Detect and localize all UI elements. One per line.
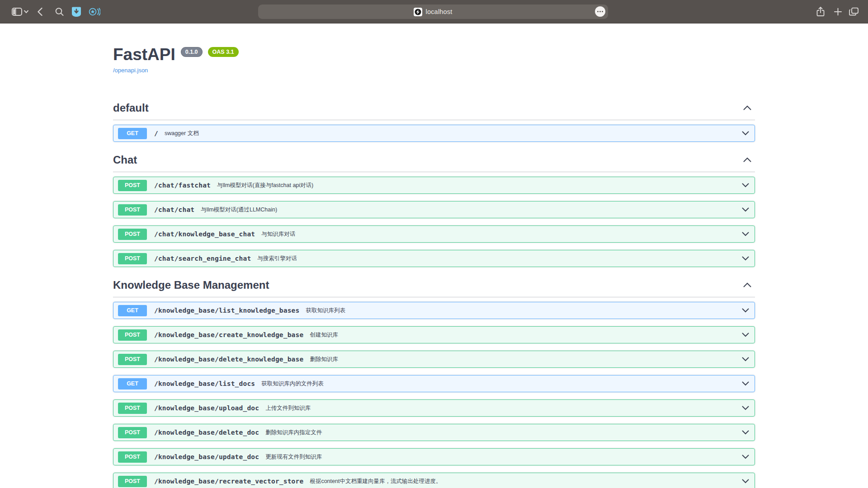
endpoint-path: / bbox=[154, 130, 158, 137]
method-badge: POST bbox=[118, 229, 147, 240]
endpoint-path: /knowledge_base/list_docs bbox=[154, 380, 255, 387]
sidebar-toggle-icon[interactable] bbox=[12, 8, 22, 16]
endpoint-summary: 根据content中文档重建向量库，流式输出处理进度。 bbox=[310, 478, 441, 485]
endpoint-path: /knowledge_base/recreate_vector_store bbox=[154, 478, 303, 485]
endpoint-summary: 删除知识库 bbox=[310, 356, 338, 363]
endpoint-summary: 与llm模型对话(通过LLMChain) bbox=[201, 206, 277, 214]
method-badge: POST bbox=[118, 403, 147, 414]
back-icon[interactable] bbox=[38, 7, 42, 16]
browser-toolbar: localhost bbox=[0, 0, 868, 23]
endpoint-path: /knowledge_base/update_doc bbox=[154, 453, 259, 460]
page-title: FastAPI bbox=[113, 46, 175, 63]
endpoint-row[interactable]: POST /chat/fastchat 与llm模型对话(直接与fastchat… bbox=[113, 177, 755, 194]
endpoint-summary: 与搜索引擎对话 bbox=[257, 255, 297, 263]
endpoint-path: /chat/chat bbox=[154, 206, 194, 213]
section-chat: Chat POST /chat/fastchat 与llm模型对话(直接与fas… bbox=[113, 151, 755, 267]
section-header[interactable]: Knowledge Base Management bbox=[113, 276, 755, 297]
endpoint-row[interactable]: GET /knowledge_base/list_knowledge_bases… bbox=[113, 302, 755, 319]
endpoint-row[interactable]: GET / swagger 文档 bbox=[113, 125, 755, 142]
collapse-section-button[interactable] bbox=[740, 105, 755, 112]
tab-overview-icon[interactable] bbox=[849, 7, 859, 16]
method-badge: GET bbox=[118, 128, 147, 139]
version-badge: 0.1.0 bbox=[181, 47, 203, 57]
endpoint-summary: 与llm模型对话(直接与fastchat api对话) bbox=[217, 182, 313, 189]
section-header[interactable]: default bbox=[113, 99, 755, 120]
endpoint-row[interactable]: POST /knowledge_base/upload_doc 上传文件到知识库 bbox=[113, 399, 755, 417]
section-default: default GET / swagger 文档 bbox=[113, 99, 755, 142]
method-badge: POST bbox=[118, 329, 147, 341]
endpoint-row[interactable]: POST /chat/search_engine_chat 与搜索引擎对话 bbox=[113, 250, 755, 267]
endpoint-summary: 与知识库对话 bbox=[261, 230, 295, 238]
address-bar[interactable]: localhost bbox=[258, 5, 608, 19]
section-title: Chat bbox=[113, 154, 137, 166]
chevron-down-icon[interactable] bbox=[742, 380, 749, 388]
endpoint-row[interactable]: POST /chat/chat 与llm模型对话(通过LLMChain) bbox=[113, 201, 755, 218]
endpoint-path: /knowledge_base/delete_knowledge_base bbox=[154, 356, 303, 363]
chevron-up-icon bbox=[743, 282, 751, 289]
endpoint-summary: 获取知识库内的文件列表 bbox=[261, 380, 324, 388]
section-title: Knowledge Base Management bbox=[113, 279, 269, 291]
endpoint-path: /chat/fastchat bbox=[154, 182, 211, 189]
swagger-ui: FastAPI 0.1.0 OAS 3.1 /openapi.json defa… bbox=[113, 46, 755, 488]
chevron-down-icon[interactable] bbox=[742, 355, 749, 363]
method-badge: GET bbox=[118, 378, 147, 389]
endpoint-summary: 更新现有文件到知识库 bbox=[265, 453, 322, 461]
chevron-up-icon bbox=[743, 105, 751, 112]
endpoint-path: /chat/search_engine_chat bbox=[154, 255, 251, 262]
endpoint-path: /chat/knowledge_base_chat bbox=[154, 230, 255, 238]
collapse-section-button[interactable] bbox=[740, 157, 755, 164]
endpoint-path: /knowledge_base/delete_doc bbox=[154, 429, 259, 436]
chevron-down-icon[interactable] bbox=[742, 206, 749, 214]
chevron-down-icon[interactable] bbox=[742, 404, 749, 412]
method-badge: POST bbox=[118, 451, 147, 463]
oas-badge: OAS 3.1 bbox=[208, 47, 239, 57]
chevron-up-icon bbox=[743, 157, 751, 164]
chevron-down-icon[interactable] bbox=[742, 181, 749, 189]
method-badge: POST bbox=[118, 180, 147, 191]
chevron-down-icon[interactable] bbox=[742, 254, 749, 263]
endpoint-row[interactable]: POST /chat/knowledge_base_chat 与知识库对话 bbox=[113, 225, 755, 243]
endpoint-path: /knowledge_base/list_knowledge_bases bbox=[154, 307, 299, 314]
chevron-down-icon[interactable] bbox=[742, 477, 749, 485]
endpoint-row[interactable]: POST /knowledge_base/update_doc 更新现有文件到知… bbox=[113, 448, 755, 465]
endpoint-path: /knowledge_base/upload_doc bbox=[154, 404, 259, 412]
chevron-down-icon[interactable] bbox=[742, 129, 749, 137]
endpoint-row[interactable]: GET /knowledge_base/list_docs 获取知识库内的文件列… bbox=[113, 375, 755, 392]
endpoint-summary: 获取知识库列表 bbox=[306, 307, 345, 314]
api-info: FastAPI 0.1.0 OAS 3.1 /openapi.json bbox=[113, 46, 755, 74]
endpoint-row[interactable]: POST /knowledge_base/delete_doc 删除知识库内指定… bbox=[113, 424, 755, 441]
method-badge: POST bbox=[118, 427, 147, 438]
method-badge: POST bbox=[118, 476, 147, 487]
share-icon[interactable] bbox=[816, 7, 825, 17]
method-badge: POST bbox=[118, 253, 147, 264]
endpoint-row[interactable]: POST /knowledge_base/delete_knowledge_ba… bbox=[113, 351, 755, 368]
method-badge: POST bbox=[118, 354, 147, 365]
endpoint-summary: swagger 文档 bbox=[165, 130, 199, 137]
address-text: localhost bbox=[425, 8, 452, 15]
endpoint-summary: 删除知识库内指定文件 bbox=[265, 429, 322, 436]
chevron-down-icon[interactable] bbox=[742, 230, 749, 238]
openapi-spec-link[interactable]: /openapi.json bbox=[113, 67, 148, 74]
endpoint-row[interactable]: POST /knowledge_base/recreate_vector_sto… bbox=[113, 473, 755, 488]
chevron-down-icon[interactable] bbox=[742, 306, 749, 314]
page-settings-icon[interactable] bbox=[595, 6, 605, 17]
endpoint-row[interactable]: POST /knowledge_base/create_knowledge_ba… bbox=[113, 326, 755, 343]
chevron-down-icon[interactable] bbox=[742, 428, 749, 436]
bookmark-extension-icon[interactable] bbox=[71, 6, 81, 17]
section-header[interactable]: Chat bbox=[113, 151, 755, 172]
search-icon[interactable] bbox=[55, 7, 64, 16]
chevron-down-icon[interactable] bbox=[742, 453, 749, 461]
sidebar-chevron-down-icon[interactable] bbox=[24, 10, 28, 13]
endpoint-summary: 创建知识库 bbox=[310, 331, 338, 339]
method-badge: GET bbox=[118, 305, 147, 316]
site-favicon bbox=[414, 8, 422, 16]
endpoint-path: /knowledge_base/create_knowledge_base bbox=[154, 331, 303, 338]
star-extension-icon[interactable] bbox=[89, 7, 100, 17]
chevron-down-icon[interactable] bbox=[742, 331, 749, 339]
section-title: default bbox=[113, 102, 149, 114]
section-knowledge-base-management: Knowledge Base Management GET /knowledge… bbox=[113, 276, 755, 488]
new-tab-icon[interactable] bbox=[834, 8, 842, 15]
endpoint-summary: 上传文件到知识库 bbox=[265, 404, 311, 412]
collapse-section-button[interactable] bbox=[740, 282, 755, 289]
method-badge: POST bbox=[118, 204, 147, 216]
